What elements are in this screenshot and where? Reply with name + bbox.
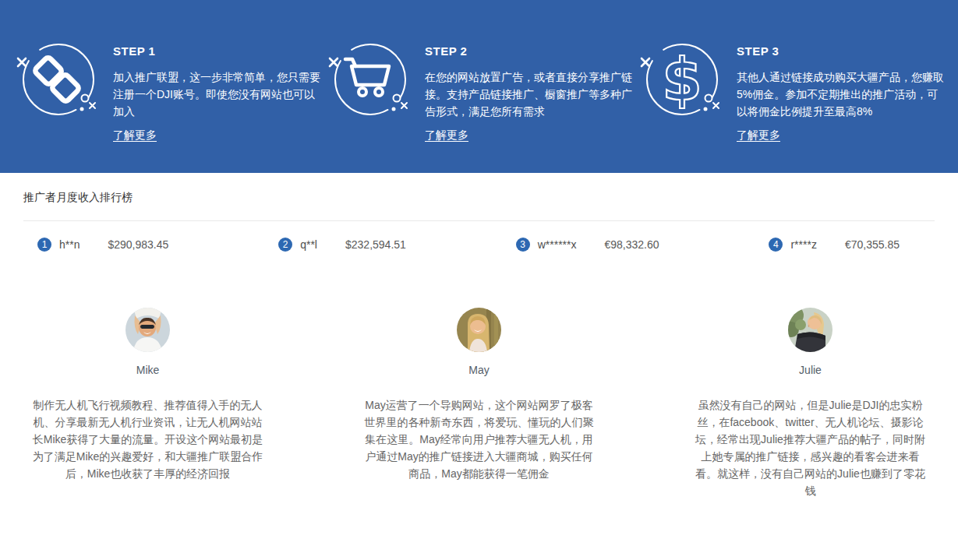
leaderboard-entry-1: 1 h**n $290,983.45	[37, 238, 168, 252]
chain-link-icon	[12, 33, 105, 126]
leaderboard-entry-4: 4 r****z €70,355.85	[769, 238, 900, 252]
svg-text:$: $	[662, 46, 702, 113]
leaderboard-entry-2-name: q**l	[300, 238, 317, 251]
step-2-description: 在您的网站放置广告，或者直接分享推广链接。支持产品链接推广、橱窗推广等多种广告形…	[425, 69, 632, 120]
step-1-description: 加入推广联盟，这一步非常简单，您只需要注册一个DJI账号。即使您没有网站也可以加…	[113, 69, 320, 120]
testimonial-may: May May运营了一个导购网站，这个网站网罗了极客世界里的各种新奇东西，将爱玩…	[362, 308, 596, 499]
leaderboard-section: 推广者月度收入排行榜 1 h**n $290,983.45 2 q**l $23…	[0, 173, 958, 252]
leaderboard-entry-1-name: h**n	[59, 238, 80, 251]
may-avatar	[457, 308, 501, 352]
rank-4-badge: 4	[769, 238, 783, 252]
leaderboard-entry-1-amount: $290,983.45	[108, 238, 168, 251]
mike-name: Mike	[136, 364, 160, 376]
shopping-cart-icon	[323, 33, 417, 126]
testimonials-section: Mike 制作无人机飞行视频教程、推荐值得入手的无人机、分享最新无人机行业资讯，…	[0, 308, 958, 499]
step-3-block: $ STEP 3 其他人通过链接成功购买大疆产品，您赚取5%佣金。参加不定期推出…	[635, 0, 947, 173]
mike-description: 制作无人机飞行视频教程、推荐值得入手的无人机、分享最新无人机行业资讯，让无人机网…	[31, 396, 265, 482]
step-1-block: STEP 1 加入推广联盟，这一步非常简单，您只需要注册一个DJI账号。即使您没…	[12, 0, 323, 173]
leaderboard-title: 推广者月度收入排行榜	[23, 191, 958, 205]
may-name: May	[468, 364, 489, 376]
step-1-learn-more-link[interactable]: 了解更多	[113, 129, 157, 143]
leaderboard-entry-3: 3 w******x €98,332.60	[516, 238, 659, 252]
step-2-learn-more-link[interactable]: 了解更多	[425, 129, 468, 143]
leaderboard-entry-4-name: r****z	[790, 238, 816, 251]
leaderboard-entry-2: 2 q**l $232,594.51	[278, 238, 406, 252]
testimonial-mike: Mike 制作无人机飞行视频教程、推荐值得入手的无人机、分享最新无人机行业资讯，…	[31, 308, 265, 499]
steps-header: STEP 1 加入推广联盟，这一步非常简单，您只需要注册一个DJI账号。即使您没…	[0, 0, 958, 173]
step-3-learn-more-link[interactable]: 了解更多	[737, 129, 780, 143]
rank-1-badge: 1	[37, 238, 51, 252]
leaderboard-row: 1 h**n $290,983.45 2 q**l $232,594.51 3 …	[0, 221, 958, 252]
step-3-title: STEP 3	[737, 44, 947, 58]
rank-3-badge: 3	[516, 238, 530, 252]
julie-name: Julie	[799, 364, 822, 376]
leaderboard-entry-3-amount: €98,332.60	[605, 238, 659, 251]
step-2-block: STEP 2 在您的网站放置广告，或者直接分享推广链接。支持产品链接推广、橱窗推…	[323, 0, 635, 173]
may-description: May运营了一个导购网站，这个网站网罗了极客世界里的各种新奇东西，将爱玩、懂玩的…	[362, 396, 596, 482]
rank-2-badge: 2	[278, 238, 292, 252]
mike-avatar	[125, 308, 170, 352]
leaderboard-entry-4-amount: €70,355.85	[845, 238, 900, 251]
step-2-title: STEP 2	[425, 44, 635, 58]
leaderboard-entry-2-amount: $232,594.51	[345, 238, 406, 251]
step-3-description: 其他人通过链接成功购买大疆产品，您赚取5%佣金。参加不定期推出的推广活动，可以将…	[737, 69, 944, 120]
testimonial-julie: Julie 虽然没有自己的网站，但是Julie是DJI的忠实粉丝，在facebo…	[694, 308, 928, 499]
julie-avatar	[788, 308, 833, 352]
dollar-sign-icon: $	[635, 33, 729, 126]
leaderboard-entry-3-name: w******x	[538, 238, 577, 251]
step-1-title: STEP 1	[113, 44, 323, 58]
julie-description: 虽然没有自己的网站，但是Julie是DJI的忠实粉丝，在facebook、twi…	[694, 396, 928, 499]
